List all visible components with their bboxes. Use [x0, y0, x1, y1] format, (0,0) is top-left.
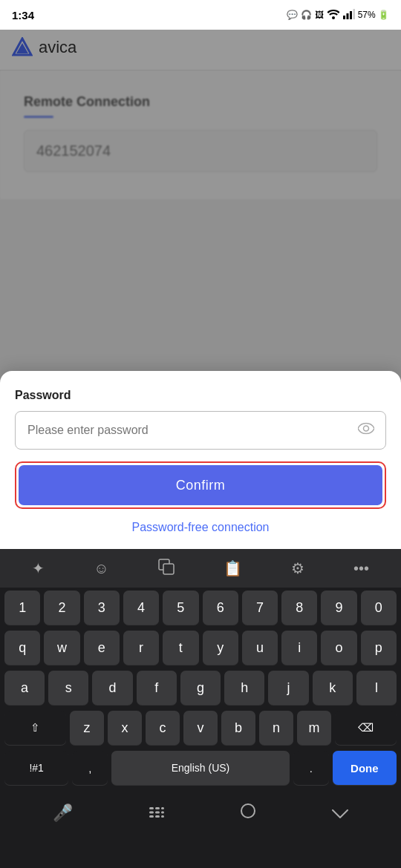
key-z[interactable]: z [70, 711, 104, 745]
image-icon: 🖼 [315, 10, 324, 20]
mic-icon[interactable]: 🎤 [41, 800, 85, 826]
battery-icon: 57% 🔋 [358, 10, 389, 20]
keyboard: ✦ ☺ 📋 ⚙ ••• 1 2 3 4 5 6 7 8 9 0 q w [0, 549, 401, 868]
key-special[interactable]: !#1 [4, 751, 68, 785]
key-g[interactable]: g [180, 671, 221, 705]
svg-point-0 [332, 16, 335, 19]
svg-rect-11 [155, 807, 160, 809]
key-w[interactable]: w [44, 631, 79, 665]
key-x[interactable]: x [108, 711, 142, 745]
password-input-wrapper [15, 411, 386, 450]
key-i[interactable]: i [281, 631, 317, 665]
svg-rect-16 [149, 815, 154, 818]
key-7[interactable]: 7 [242, 591, 278, 625]
wifi-icon [327, 9, 340, 22]
svg-rect-9 [163, 564, 174, 574]
keyboard-toolbar: ✦ ☺ 📋 ⚙ ••• [0, 549, 401, 588]
key-done[interactable]: Done [333, 751, 397, 785]
svg-rect-3 [350, 11, 352, 19]
kb-translate-btn[interactable] [154, 554, 179, 583]
svg-point-7 [364, 426, 369, 431]
menu-icon[interactable] [137, 800, 177, 826]
kb-emoji-btn[interactable]: ☺ [89, 556, 113, 582]
svg-rect-12 [161, 807, 164, 809]
keyboard-row-numbers: 1 2 3 4 5 6 7 8 9 0 [4, 591, 397, 625]
key-1[interactable]: 1 [4, 591, 40, 625]
key-8[interactable]: 8 [281, 591, 317, 625]
svg-rect-18 [161, 815, 164, 818]
status-icons: 💬 🎧 🖼 57% 🔋 [287, 9, 389, 22]
key-v[interactable]: v [183, 711, 218, 745]
password-free-link[interactable]: Password-free connection [132, 521, 270, 533]
key-d[interactable]: d [92, 671, 132, 705]
key-q[interactable]: q [4, 631, 40, 665]
key-4[interactable]: 4 [123, 591, 159, 625]
svg-rect-2 [346, 13, 348, 19]
kb-settings-btn[interactable]: ⚙ [287, 555, 309, 582]
key-j[interactable]: j [268, 671, 308, 705]
keyboard-rows: 1 2 3 4 5 6 7 8 9 0 q w e r t y u i o p … [0, 588, 401, 794]
headphone-icon: 🎧 [301, 10, 312, 20]
key-9[interactable]: 9 [321, 591, 356, 625]
key-shift[interactable]: ⇧ [4, 711, 66, 745]
key-0[interactable]: 0 [361, 591, 397, 625]
kb-clipboard-btn[interactable]: 📋 [219, 555, 247, 582]
key-y[interactable]: y [203, 631, 238, 665]
status-time: 1:34 [12, 9, 34, 22]
key-s[interactable]: s [48, 671, 88, 705]
keyboard-row-asdf: a s d f g h j k l [4, 671, 397, 705]
key-t[interactable]: t [163, 631, 198, 665]
svg-rect-17 [155, 815, 160, 818]
signal-icon [343, 9, 355, 22]
key-k[interactable]: k [313, 671, 353, 705]
svg-rect-1 [343, 16, 345, 19]
keyboard-row-bottom: !#1 , English (US) . Done [4, 751, 397, 785]
kb-sparkle-btn[interactable]: ✦ [27, 555, 49, 582]
key-p[interactable]: p [361, 631, 397, 665]
password-modal: Password Confirm Password-free connectio… [0, 371, 401, 549]
confirm-button-wrapper: Confirm [15, 461, 386, 509]
key-2[interactable]: 2 [44, 591, 79, 625]
key-a[interactable]: a [4, 671, 45, 705]
keyboard-row-zxcv: ⇧ z x c v b n m ⌫ [4, 711, 397, 745]
svg-rect-15 [161, 812, 164, 814]
eye-icon[interactable] [358, 423, 374, 438]
key-3[interactable]: 3 [84, 591, 120, 625]
kb-more-btn[interactable]: ••• [349, 556, 374, 582]
key-comma[interactable]: , [72, 751, 108, 785]
keyboard-row-qwerty: q w e r t y u i o p [4, 631, 397, 665]
svg-rect-13 [149, 812, 154, 814]
svg-rect-4 [353, 9, 355, 19]
key-h[interactable]: h [224, 671, 264, 705]
key-6[interactable]: 6 [203, 591, 238, 625]
nav-bar: 🎤 [0, 794, 401, 834]
key-f[interactable]: f [137, 671, 177, 705]
password-input[interactable] [15, 411, 386, 450]
svg-rect-10 [149, 807, 154, 809]
key-delete[interactable]: ⌫ [335, 711, 397, 745]
key-u[interactable]: u [242, 631, 278, 665]
status-bar: 1:34 💬 🎧 🖼 57% 🔋 [0, 0, 401, 30]
confirm-button[interactable]: Confirm [19, 465, 382, 505]
svg-rect-19 [241, 804, 255, 818]
key-b[interactable]: b [221, 711, 255, 745]
key-space[interactable]: English (US) [111, 751, 290, 785]
key-r[interactable]: r [123, 631, 159, 665]
key-n[interactable]: n [259, 711, 293, 745]
key-e[interactable]: e [84, 631, 120, 665]
svg-rect-14 [155, 812, 160, 814]
key-5[interactable]: 5 [163, 591, 198, 625]
key-c[interactable]: c [146, 711, 180, 745]
key-m[interactable]: m [297, 711, 331, 745]
key-period[interactable]: . [293, 751, 329, 785]
key-l[interactable]: l [356, 671, 397, 705]
back-icon[interactable] [320, 800, 360, 826]
password-label: Password [15, 389, 386, 402]
notification-icon: 💬 [287, 10, 298, 20]
home-icon[interactable] [228, 800, 268, 826]
key-o[interactable]: o [321, 631, 356, 665]
